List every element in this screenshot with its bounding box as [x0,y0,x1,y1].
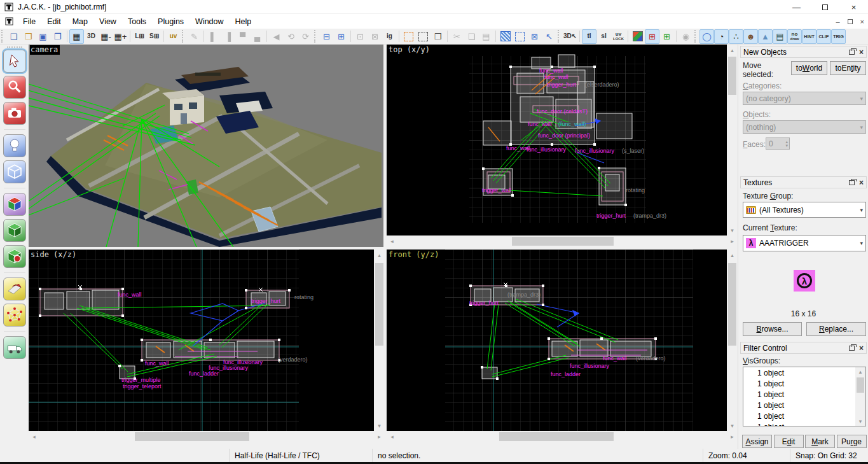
browse-button[interactable]: Browse... [743,322,802,336]
side-horizontal-scrollbar[interactable]: ◂▸ [29,431,385,442]
to-entity-button[interactable]: toEntity [830,61,866,75]
toolbar-icon-larger-grid[interactable]: ▦+ [113,29,128,44]
visgroup-item[interactable]: 1 object [743,411,865,421]
visgroups-list[interactable]: 1 object1 object1 object1 object1 object… [743,367,866,426]
toolbar-icon-render-compass[interactable]: ◔ [714,29,729,44]
mdi-minimize-icon[interactable]: – [836,18,839,25]
toolbar-icon-snap-group-small[interactable]: S⊞ [147,29,162,44]
toolbar-icon-show-nodraw[interactable]: nodraw [787,29,802,44]
toolbar-icon-texture-lock[interactable]: tl [582,29,596,44]
side-vertical-scrollbar[interactable]: ▴▾ [374,250,385,431]
toolbar-icon-render-smooth[interactable]: ◯ [699,29,714,44]
menu-tools[interactable]: Tools [122,15,152,28]
menu-view[interactable]: View [93,15,122,28]
apply-decals-tool-button[interactable] [3,245,26,268]
toolbar-icon-hide-selected[interactable] [498,29,513,44]
menu-help[interactable]: Help [230,15,258,28]
toolbar-icon-make-hollow[interactable]: ⊞ [334,29,348,44]
apply-texture-tool-button[interactable] [3,219,26,242]
close-button[interactable]: × [839,0,868,14]
toolbar-icon-texture-application[interactable] [630,29,645,44]
replace-button[interactable]: Replace... [806,322,866,336]
vertex-tool-button[interactable] [3,304,26,327]
float-panel-icon[interactable] [849,346,855,351]
texture-group-dropdown[interactable]: (All Textures)▾ [743,202,866,218]
texture-application-tool-button[interactable] [3,193,26,216]
toolbar-icon-edge-tool[interactable]: ⊞ [659,29,674,44]
path-tool-button[interactable] [3,336,26,359]
mdi-restore-icon[interactable] [848,19,853,24]
toolbar-icon-smaller-grid[interactable]: ▦- [99,29,113,44]
maximize-button[interactable] [811,0,839,14]
visgroup-item[interactable]: 1 object [743,421,865,426]
toolbar-icon-show-hidden[interactable]: ⊠ [527,29,542,44]
front-horizontal-scrollbar[interactable]: ◂▸ [387,431,738,442]
textures-header[interactable]: Textures × [740,176,867,188]
viewport-front[interactable]: front (y/z) (trampa_dr3)trigger_hurtfunc… [387,250,727,431]
top-horizontal-scrollbar[interactable]: ◂▸ [387,236,738,247]
mark-button[interactable]: Mark [805,435,835,448]
toolbar-icon-toggle-3d-grid[interactable]: 3D [84,29,99,44]
toolbar-icon-new-file[interactable]: ❑ [6,29,21,44]
visgroup-item[interactable]: 1 object [743,389,865,400]
toolbar-icon-uv-lock[interactable]: uvLOCK [611,29,626,44]
front-vertical-scrollbar[interactable]: ▴▾ [727,250,738,431]
purge-button[interactable]: Purge [837,435,867,448]
toolbar-icon-carve[interactable]: ⊟ [319,29,334,44]
new-objects-header[interactable]: New Objects × [740,46,867,58]
toolbar-icon-ignore-groups[interactable]: ig [382,29,397,44]
toolbar-icon-toggle-grid[interactable]: ▦ [69,29,84,44]
toolbar-icon-render-detail[interactable]: ▲ [758,29,773,44]
camera-tool-button[interactable] [3,102,26,125]
menu-plugins[interactable]: Plugins [152,15,189,28]
toolbar-icon-pointer-select[interactable]: ↖ [542,29,556,44]
toolbar-icon-show-hint[interactable]: HINT [802,29,816,44]
viewport-camera[interactable]: camera [29,45,383,247]
menu-window[interactable]: Window [189,15,229,28]
viewport-side[interactable]: side (x/z) func_walltrigger_hurtrotating… [29,250,374,431]
menu-file[interactable]: File [17,15,41,28]
edit-button[interactable]: Edit [774,435,804,448]
assign-button[interactable]: Assign [742,435,772,448]
brush-tool-button[interactable] [3,160,26,183]
close-panel-icon[interactable]: × [859,344,864,352]
toolbar-icon-select-inside[interactable] [416,29,431,44]
toolbar-icon-uv-grid[interactable]: uv [166,29,181,44]
visgroup-item[interactable]: 1 object [743,367,865,378]
float-panel-icon[interactable] [849,50,855,55]
toolbar-icon-vertex-tool[interactable]: ⊞ [645,29,659,44]
toolbar-icon-save-all[interactable]: ❐ [50,29,65,44]
visgroup-item[interactable]: 1 object [743,378,865,389]
selection-tool-button[interactable] [3,50,26,73]
mdi-close-icon[interactable]: × [860,18,864,25]
to-world-button[interactable]: toWorld [791,61,827,75]
toolbar-icon-render-animation[interactable]: ▤ [773,29,787,44]
current-texture-dropdown[interactable]: λ AAATRIGGER▾ [743,235,866,251]
clipping-tool-button[interactable] [3,278,26,300]
filter-control-header[interactable]: Filter Control × [740,342,867,354]
toolbar-icon-snap-group-large[interactable]: L⊞ [132,29,147,44]
magnify-tool-button[interactable] [3,76,26,99]
menu-edit[interactable]: Edit [41,15,67,28]
toolbar-icon-show-clip[interactable]: CLIP [816,29,831,44]
entity-tool-button[interactable] [3,134,26,157]
minimize-button[interactable]: — [782,0,811,14]
toolbar-icon-select-touching[interactable] [401,29,416,44]
toolbar-icon-show-trig[interactable]: TRIG [831,29,846,44]
toolbar-icon-3d-pointer[interactable]: 3D↖ [563,29,577,44]
toolbar-icon-save-file[interactable]: ▣ [36,29,50,44]
viewport-top[interactable]: top (x/y) func_wallfunc_walltrigger_hurt… [387,45,727,236]
toolbar-icon-open-file[interactable]: ❒ [21,29,36,44]
toolbar-icon-hide-unselected[interactable] [513,29,527,44]
top-vertical-scrollbar[interactable]: ▴▾ [727,45,738,236]
toolbar-icon-toggle-3d-solid[interactable]: ❒ [431,29,445,44]
menu-map[interactable]: Map [67,15,93,28]
toolbar-icon-sprite-lock[interactable]: sl [596,29,611,44]
visgroup-item[interactable]: 1 object [743,400,865,411]
visgroups-scrollbar[interactable]: ▴▾ [855,367,865,426]
close-panel-icon[interactable]: × [859,179,864,186]
toolbar-icon-entity-sprites[interactable]: ∴ [729,29,743,44]
close-panel-icon[interactable]: × [859,48,864,56]
float-panel-icon[interactable] [849,180,855,185]
toolbar-icon-render-models[interactable]: ☻ [743,29,758,44]
